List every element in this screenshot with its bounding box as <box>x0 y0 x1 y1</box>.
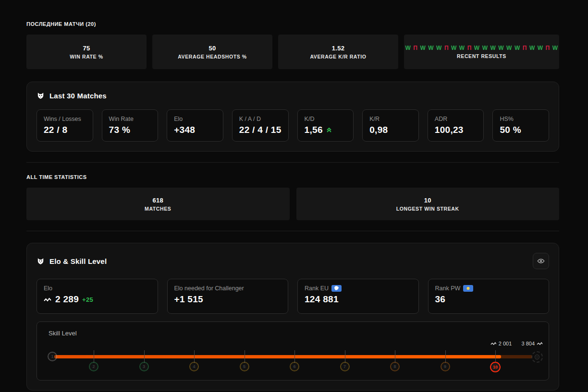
skill-level-slider: 2 001 3 804 12345678910 <box>49 341 537 373</box>
skill-level-tick <box>345 350 345 363</box>
match-result-letter: W <box>436 45 442 51</box>
elo-needed-card: Elo needed for Challenger +1 515 <box>167 279 289 314</box>
fox-icon <box>37 92 45 100</box>
match-result-letter: W <box>451 45 457 51</box>
stat-card-win-rate: Win Rate 73 % <box>102 109 159 142</box>
last30-title: Last 30 Matches <box>49 92 107 100</box>
match-result-letter: W <box>405 45 411 51</box>
recent-results-card: WПWWWПWWПWWWWWWПWWПW RECENT RESULTS <box>404 35 559 69</box>
skill-level-1-badge: 1 <box>48 352 57 361</box>
match-result-letter: W <box>420 45 426 51</box>
match-result-letter: П <box>444 45 449 51</box>
stat-card-kr: K/R 0,98 <box>362 109 419 142</box>
skill-level-7-badge: 7 <box>340 362 350 371</box>
match-result-letter: W <box>474 45 480 51</box>
eu-region-badge <box>331 285 342 292</box>
skill-level-tick <box>395 350 395 363</box>
divider <box>26 231 559 231</box>
matches-value: 618 <box>152 197 163 204</box>
match-result-letter: W <box>552 45 558 51</box>
avg-kr-card: 1.52 AVERAGE K/R RATIO <box>278 35 398 69</box>
trend-up-icon <box>326 127 332 133</box>
rank-pw-card: Rank PW 36 <box>428 279 550 314</box>
skill-level-tick <box>144 350 145 363</box>
last30-stats-row: Wins / Losses 22 / 8 Win Rate 73 % Elo +… <box>37 109 549 142</box>
match-result-letter: W <box>490 45 496 51</box>
avg-headshots-card: 50 AVERAGE HEADSHOTS % <box>152 35 272 69</box>
stat-card-adr: ADR 100,23 <box>428 109 484 142</box>
match-result-letter: W <box>459 45 465 51</box>
skill-level-tick <box>495 350 496 363</box>
recent-summary-row: 75 WIN RATE % 50 AVERAGE HEADSHOTS % 1.5… <box>26 35 559 69</box>
skill-level-tick <box>445 350 446 363</box>
win-rate-value: 75 <box>83 45 90 52</box>
skill-level-tick <box>94 350 94 363</box>
trend-line-icon <box>44 297 52 302</box>
avg-headshots-value: 50 <box>208 45 216 52</box>
elo-progress-fill <box>54 355 501 358</box>
win-rate-label: WIN RATE % <box>70 54 103 59</box>
skill-level-8-badge: 8 <box>390 362 400 371</box>
all-time-header: ALL TIME STATISTICS <box>26 174 559 180</box>
skill-level-card: Skill Level 2 001 3 804 <box>37 321 549 380</box>
avg-kr-value: 1.52 <box>332 45 345 52</box>
stats-page: ПОСЛЕДНИЕ МАТЧИ (20) 75 WIN RATE % 50 AV… <box>0 0 588 392</box>
match-result-letter: П <box>467 45 472 51</box>
skill-level-tick <box>194 350 195 363</box>
eye-icon <box>537 257 545 265</box>
elo-delta: +25 <box>82 296 93 303</box>
match-result-letter: W <box>428 45 434 51</box>
match-result-letter: П <box>523 45 527 51</box>
recent-results-label: RECENT RESULTS <box>457 53 506 59</box>
divider <box>26 162 559 163</box>
visibility-toggle-button[interactable] <box>533 253 549 269</box>
stat-card-kad: K / A / D 22 / 4 / 15 <box>232 109 289 142</box>
elo-progress-track <box>54 355 532 358</box>
match-result-letter: W <box>498 45 504 51</box>
recent-matches-header: ПОСЛЕДНИЕ МАТЧИ (20) <box>26 21 559 27</box>
matches-card: 618 MATCHES <box>26 188 290 220</box>
max-elo-marker: 3 804 <box>521 341 543 346</box>
match-result-letter: W <box>506 45 512 51</box>
win-streak-value: 10 <box>424 197 431 204</box>
current-elo-marker: 2 001 <box>490 341 512 346</box>
win-streak-card: 10 LONGEST WIN STREAK <box>296 188 560 220</box>
stat-card-kd: K/D 1,56 <box>297 109 354 142</box>
skill-level-4-badge: 4 <box>189 362 199 371</box>
skill-level-label: Skill Level <box>49 330 537 337</box>
elo-cards-row: Elo 2 289 +25 Elo needed for Challenger … <box>37 279 549 314</box>
skill-level-3-badge: 3 <box>139 362 149 371</box>
stat-card-wins-losses: Wins / Losses 22 / 8 <box>37 109 93 142</box>
skill-level-tick <box>294 350 295 363</box>
match-result-letter: П <box>413 45 417 51</box>
elo-skill-panel: Elo & Skill Level Elo <box>26 243 559 391</box>
pw-region-badge <box>463 285 473 292</box>
elo-skill-title: Elo & Skill Level <box>49 257 107 265</box>
fox-icon <box>37 257 45 265</box>
skill-level-6-badge: 6 <box>290 362 299 371</box>
win-rate-card: 75 WIN RATE % <box>26 35 147 69</box>
stat-card-elo: Elo +348 <box>167 109 223 142</box>
rank-eu-card: Rank EU 124 881 <box>297 279 419 314</box>
elo-card: Elo 2 289 +25 <box>37 279 158 314</box>
stat-card-hs: HS% 50 % <box>492 109 549 142</box>
skill-level-2-badge: 2 <box>89 362 98 371</box>
skill-level-10-badge: 10 <box>490 362 501 372</box>
elo-value: 2 289 <box>55 294 79 305</box>
all-time-row: 618 MATCHES 10 LONGEST WIN STREAK <box>26 188 559 220</box>
skill-level-5-badge: 5 <box>240 362 249 371</box>
avg-headshots-label: AVERAGE HEADSHOTS % <box>178 54 247 59</box>
match-result-letter: W <box>538 45 543 51</box>
last30-panel: Last 30 Matches Wins / Losses 22 / 8 Win… <box>26 82 559 152</box>
win-streak-label: LONGEST WIN STREAK <box>396 206 459 212</box>
skill-level-9-badge: 9 <box>441 362 450 371</box>
match-result-letter: П <box>546 45 550 51</box>
skill-level-tick <box>245 350 245 363</box>
challenger-badge <box>531 351 543 363</box>
match-result-letter: W <box>482 45 488 51</box>
match-result-letter: W <box>529 45 535 51</box>
recent-results-letters: WПWWWПWWПWWWWWWПWWПW <box>404 45 559 51</box>
matches-label: MATCHES <box>145 206 171 212</box>
avg-kr-label: AVERAGE K/R RATIO <box>310 54 366 59</box>
match-result-letter: W <box>514 45 520 51</box>
